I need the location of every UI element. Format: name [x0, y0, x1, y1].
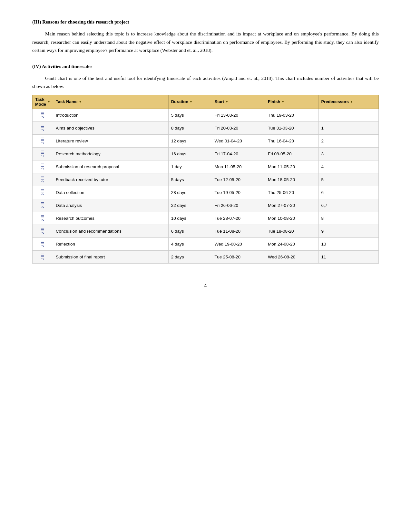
th-task-name[interactable]: Task Name ▼	[53, 95, 168, 109]
task-name-cell: Data analysis	[53, 199, 168, 212]
task-name-cell: Literature review	[53, 134, 168, 147]
task-mode-cell: ☰ ↷	[33, 225, 53, 237]
task-mode-icon: ☰ ↷	[41, 163, 44, 171]
duration-cell: 5 days	[168, 173, 212, 186]
section-4: (IV) Activities and timescales Gantt cha…	[32, 64, 379, 264]
section-3: (III) Reasons for choosing this research…	[32, 19, 379, 55]
start-cell: Tue 19-05-20	[212, 186, 265, 199]
task-mode-cell: ☰ ↷	[33, 212, 53, 225]
finish-cell: Wed 26-08-20	[265, 250, 319, 263]
task-mode-icon: ☰ ↷	[41, 254, 44, 261]
task-mode-cell: ☰ ↷	[33, 237, 53, 250]
task-name-cell: Reflection	[53, 237, 168, 250]
task-mode-icon: ☰ ↷	[41, 215, 44, 222]
finish-cell: Tue 31-03-20	[265, 121, 319, 134]
start-cell: Fri 20-03-20	[212, 121, 265, 134]
predecessors-cell: 6	[318, 186, 378, 199]
th-finish[interactable]: Finish ▼	[265, 95, 319, 109]
finish-cell: Fri 08-05-20	[265, 147, 319, 160]
th-predecessors[interactable]: Predecessors ▼	[318, 95, 378, 109]
finish-cell: Thu 19-03-20	[265, 109, 319, 121]
start-cell: Tue 25-08-20	[212, 250, 265, 263]
predecessors-cell: 9	[318, 225, 378, 237]
task-mode-icon: ☰ ↷	[41, 138, 44, 145]
table-row: ☰ ↷ Research outcomes10 daysTue 28-07-20…	[33, 212, 379, 225]
start-cell: Fri 13-03-20	[212, 109, 265, 121]
duration-cell: 4 days	[168, 237, 212, 250]
th-task-mode[interactable]: Task Mode ▼	[33, 95, 53, 109]
table-row: ☰ ↷ Submission of research proposal1 day…	[33, 160, 379, 173]
sort-arrow-task-mode: ▼	[47, 100, 50, 103]
duration-cell: 6 days	[168, 225, 212, 237]
task-mode-icon: ☰ ↷	[41, 176, 44, 184]
task-mode-icon: ☰ ↷	[41, 202, 44, 209]
task-mode-icon: ☰ ↷	[41, 150, 44, 158]
task-name-cell: Submission of research proposal	[53, 160, 168, 173]
task-mode-icon: ☰ ↷	[41, 112, 44, 119]
table-row: ☰ ↷ Literature review12 daysWed 01-04-20…	[33, 134, 379, 147]
task-mode-icon: ☰ ↷	[41, 125, 44, 132]
duration-cell: 12 days	[168, 134, 212, 147]
finish-cell: Mon 27-07-20	[265, 199, 319, 212]
sort-arrow-duration: ▼	[190, 100, 192, 103]
task-name-cell: Research methodology	[53, 147, 168, 160]
start-cell: Tue 11-08-20	[212, 225, 265, 237]
task-mode-cell: ☰ ↷	[33, 121, 53, 134]
predecessors-cell: 3	[318, 147, 378, 160]
task-mode-icon: ☰ ↷	[41, 241, 44, 248]
duration-cell: 8 days	[168, 121, 212, 134]
start-cell: Wed 01-04-20	[212, 134, 265, 147]
predecessors-cell: 5	[318, 173, 378, 186]
task-name-cell: Introduction	[53, 109, 168, 121]
finish-cell: Mon 10-08-20	[265, 212, 319, 225]
task-mode-cell: ☰ ↷	[33, 134, 53, 147]
task-mode-cell: ☰ ↷	[33, 250, 53, 263]
predecessors-cell: 2	[318, 134, 378, 147]
start-cell: Tue 28-07-20	[212, 212, 265, 225]
predecessors-cell	[318, 109, 378, 121]
task-mode-cell: ☰ ↷	[33, 147, 53, 160]
section-4-heading: (IV) Activities and timescales	[32, 64, 379, 69]
page-number: 4	[32, 283, 379, 288]
table-row: ☰ ↷ Submission of final report2 daysTue …	[33, 250, 379, 263]
task-mode-icon: ☰ ↷	[41, 189, 44, 197]
duration-cell: 2 days	[168, 250, 212, 263]
table-row: ☰ ↷ Aims and objectives8 daysFri 20-03-2…	[33, 121, 379, 134]
sort-arrow-start: ▼	[225, 100, 228, 103]
predecessors-cell: 8	[318, 212, 378, 225]
finish-cell: Thu 25-06-20	[265, 186, 319, 199]
start-cell: Fri 26-06-20	[212, 199, 265, 212]
section-3-paragraph: Main reason behind selecting this topic …	[32, 30, 379, 55]
task-name-cell: Research outcomes	[53, 212, 168, 225]
task-name-cell: Feedback received by tutor	[53, 173, 168, 186]
table-row: ☰ ↷ Feedback received by tutor5 daysTue …	[33, 173, 379, 186]
table-row: ☰ ↷ Data collection28 daysTue 19-05-20Th…	[33, 186, 379, 199]
task-mode-icon: ☰ ↷	[41, 228, 44, 235]
sort-arrow-predecessors: ▼	[350, 100, 353, 103]
task-name-cell: Submission of final report	[53, 250, 168, 263]
task-mode-cell: ☰ ↷	[33, 109, 53, 121]
predecessors-cell: 10	[318, 237, 378, 250]
predecessors-cell: 1	[318, 121, 378, 134]
predecessors-cell: 4	[318, 160, 378, 173]
finish-cell: Thu 16-04-20	[265, 134, 319, 147]
start-cell: Tue 12-05-20	[212, 173, 265, 186]
task-mode-cell: ☰ ↷	[33, 186, 53, 199]
table-row: ☰ ↷ Introduction5 daysFri 13-03-20Thu 19…	[33, 109, 379, 121]
table-row: ☰ ↷ Research methodology16 daysFri 17-04…	[33, 147, 379, 160]
th-start[interactable]: Start ▼	[212, 95, 265, 109]
finish-cell: Tue 18-08-20	[265, 225, 319, 237]
duration-cell: 28 days	[168, 186, 212, 199]
finish-cell: Mon 18-05-20	[265, 173, 319, 186]
duration-cell: 1 day	[168, 160, 212, 173]
duration-cell: 22 days	[168, 199, 212, 212]
finish-cell: Mon 24-08-20	[265, 237, 319, 250]
sort-arrow-task-name: ▼	[79, 100, 82, 103]
start-cell: Wed 19-08-20	[212, 237, 265, 250]
duration-cell: 10 days	[168, 212, 212, 225]
th-duration[interactable]: Duration ▼	[168, 95, 212, 109]
duration-cell: 5 days	[168, 109, 212, 121]
sort-arrow-finish: ▼	[281, 100, 284, 103]
finish-cell: Mon 11-05-20	[265, 160, 319, 173]
section-4-intro: Gantt chart is one of the best and usefu…	[32, 74, 379, 91]
